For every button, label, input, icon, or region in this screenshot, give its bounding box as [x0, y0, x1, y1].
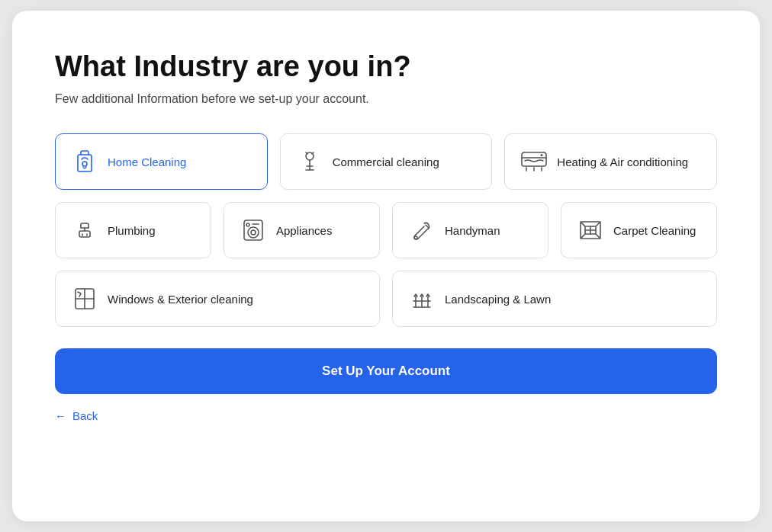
- main-card: What Industry are you in? Few additional…: [12, 11, 760, 521]
- svg-point-15: [248, 227, 259, 238]
- plumbing-icon: [71, 216, 98, 244]
- set-up-account-button[interactable]: Set Up Your Account: [55, 348, 717, 394]
- plumbing-label: Plumbing: [108, 224, 156, 237]
- handyman-icon: [408, 216, 436, 244]
- carpet-cleaning-label: Carpet Cleaning: [613, 224, 696, 237]
- heating-ac-label: Heating & Air conditioning: [557, 155, 688, 168]
- svg-point-7: [541, 154, 543, 156]
- svg-point-17: [246, 223, 249, 226]
- appliances-label: Appliances: [276, 224, 332, 237]
- industry-btn-commercial-cleaning[interactable]: Commercial cleaning: [280, 133, 493, 190]
- back-button[interactable]: ← Back: [55, 409, 98, 422]
- home-cleaning-icon: [71, 148, 98, 175]
- svg-point-0: [82, 162, 87, 166]
- appliances-icon: [240, 216, 267, 244]
- svg-point-16: [251, 230, 256, 235]
- carpet-cleaning-icon: [577, 216, 604, 244]
- industry-row-1: Home Cleaning Commercial cleaning: [55, 133, 717, 190]
- home-cleaning-label: Home Cleaning: [108, 155, 186, 168]
- windows-exterior-label: Windows & Exterior cleaning: [108, 293, 253, 306]
- industry-btn-plumbing[interactable]: Plumbing: [55, 202, 211, 258]
- industry-btn-home-cleaning[interactable]: Home Cleaning: [55, 133, 268, 190]
- back-arrow-icon: ←: [55, 409, 66, 422]
- industry-btn-carpet-cleaning[interactable]: Carpet Cleaning: [561, 202, 717, 258]
- industry-btn-handyman[interactable]: Handyman: [392, 202, 548, 258]
- industry-btn-landscaping[interactable]: Landscaping & Lawn: [392, 271, 717, 327]
- heating-ac-icon: [520, 148, 548, 175]
- industry-btn-windows-exterior[interactable]: Windows & Exterior cleaning: [55, 271, 380, 327]
- industry-btn-heating-ac[interactable]: Heating & Air conditioning: [504, 133, 717, 190]
- page-subtitle: Few additional Information before we set…: [55, 92, 717, 106]
- industry-btn-appliances[interactable]: Appliances: [224, 202, 380, 258]
- page-title: What Industry are you in?: [55, 50, 717, 83]
- landscaping-label: Landscaping & Lawn: [445, 293, 551, 306]
- industry-row-2: Plumbing Appliances: [55, 202, 717, 258]
- landscaping-icon: [408, 285, 436, 312]
- svg-point-19: [414, 236, 417, 239]
- industry-row-3: Windows & Exterior cleaning Landscaping …: [55, 271, 717, 327]
- svg-rect-11: [79, 231, 90, 237]
- handyman-label: Handyman: [445, 224, 500, 237]
- commercial-cleaning-icon: [296, 148, 323, 175]
- back-label: Back: [72, 409, 98, 422]
- commercial-cleaning-label: Commercial cleaning: [333, 155, 439, 168]
- windows-exterior-icon: [71, 285, 98, 312]
